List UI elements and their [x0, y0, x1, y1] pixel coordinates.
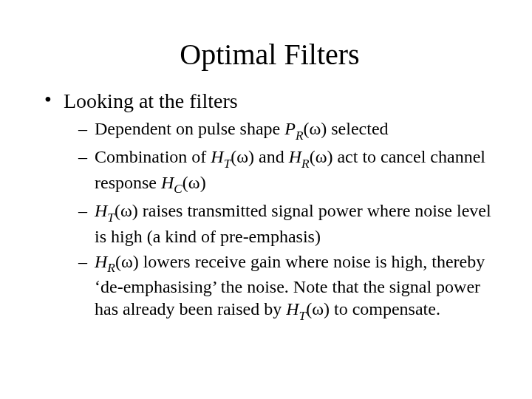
text-segment: ( [115, 201, 120, 220]
sub-bullet-item: Combination of HT(ω) and HR(ω) act to ca… [78, 146, 495, 197]
omega-symbol: ω [309, 119, 321, 138]
omega-symbol: ω [236, 147, 248, 166]
math-symbol: H [161, 173, 174, 192]
omega-symbol: ω [121, 252, 133, 271]
bullet-list-level1: Looking at the filters Dependent on puls… [44, 89, 495, 323]
math-symbol: H [286, 299, 299, 318]
math-symbol: P [284, 119, 296, 138]
sub-bullet-item: HT(ω) raises transmitted signal power wh… [78, 200, 495, 247]
slide-title: Optimal Filters [44, 37, 495, 72]
text-segment: ( [306, 299, 312, 318]
text-segment: ) and [248, 147, 289, 166]
math-symbol: H [289, 147, 301, 166]
text-segment: ) [200, 173, 206, 192]
text-segment: ) raises transmitted signal power where … [95, 201, 491, 245]
math-subscript: R [301, 157, 310, 171]
text-segment: Combination of [95, 147, 211, 166]
math-symbol: H [95, 201, 107, 220]
bullet-list-level2: Dependent on pulse shape PR(ω) selected … [78, 117, 495, 323]
slide: Optimal Filters Looking at the filters D… [0, 0, 532, 399]
text-segment: ( [310, 147, 316, 166]
sub-bullet-item: HR(ω) lowers receive gain where noise is… [78, 250, 495, 324]
math-subscript: R [296, 129, 304, 143]
math-subscript: T [224, 157, 231, 171]
math-subscript: T [299, 309, 307, 323]
text-segment: ( [115, 252, 121, 271]
text-segment: Dependent on pulse shape [95, 119, 284, 138]
bullet-item: Looking at the filters Dependent on puls… [44, 89, 495, 323]
math-symbol: H [95, 252, 107, 271]
math-symbol: H [211, 147, 223, 166]
text-segment: ) selected [321, 119, 388, 138]
bullet-text: Looking at the filters [64, 89, 238, 112]
math-subscript: C [174, 182, 183, 196]
math-subscript: R [107, 261, 115, 275]
sub-bullet-item: Dependent on pulse shape PR(ω) selected [78, 117, 495, 143]
omega-symbol: ω [312, 299, 324, 318]
omega-symbol: ω [316, 147, 327, 166]
omega-symbol: ω [188, 173, 200, 192]
text-segment: ) to compensate. [324, 299, 440, 318]
text-segment: ( [183, 173, 188, 192]
omega-symbol: ω [120, 201, 132, 220]
math-subscript: T [107, 211, 115, 225]
